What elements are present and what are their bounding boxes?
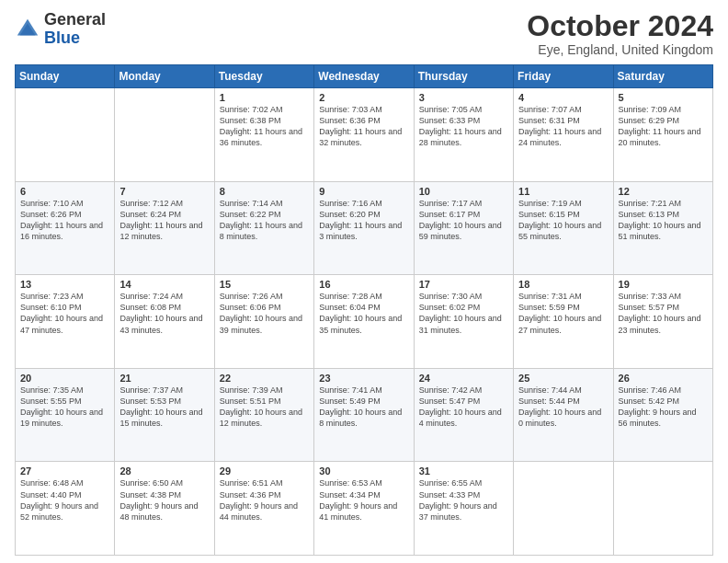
day-number: 18 — [518, 279, 608, 290]
calendar-cell: 11Sunrise: 7:19 AM Sunset: 6:15 PM Dayli… — [514, 181, 613, 275]
day-info: Sunrise: 7:17 AM Sunset: 6:17 PM Dayligh… — [419, 198, 508, 243]
logo-general-text: General — [44, 10, 106, 29]
calendar-cell: 3Sunrise: 7:05 AM Sunset: 6:33 PM Daylig… — [414, 88, 513, 182]
calendar-week-row: 20Sunrise: 7:35 AM Sunset: 5:55 PM Dayli… — [16, 368, 713, 462]
day-of-week-header: Sunday — [16, 65, 115, 88]
day-info: Sunrise: 6:55 AM Sunset: 4:33 PM Dayligh… — [419, 477, 508, 523]
calendar-cell: 18Sunrise: 7:31 AM Sunset: 5:59 PM Dayli… — [514, 275, 613, 369]
day-of-week-header: Monday — [115, 65, 214, 88]
calendar-cell: 21Sunrise: 7:37 AM Sunset: 5:53 PM Dayli… — [115, 368, 214, 462]
day-number: 13 — [20, 279, 109, 290]
day-number: 19 — [619, 279, 708, 290]
day-number: 7 — [119, 186, 209, 197]
logo-text: General Blue — [44, 11, 106, 48]
day-number: 10 — [419, 186, 508, 197]
logo: General Blue — [15, 11, 106, 48]
day-of-week-header: Wednesday — [314, 65, 414, 88]
day-info: Sunrise: 7:28 AM Sunset: 6:04 PM Dayligh… — [319, 291, 408, 336]
calendar-cell: 19Sunrise: 7:33 AM Sunset: 5:57 PM Dayli… — [613, 275, 712, 369]
day-info: Sunrise: 7:05 AM Sunset: 6:33 PM Dayligh… — [419, 104, 508, 149]
day-info: Sunrise: 7:37 AM Sunset: 5:53 PM Dayligh… — [119, 385, 209, 430]
day-info: Sunrise: 6:51 AM Sunset: 4:36 PM Dayligh… — [220, 477, 309, 523]
day-info: Sunrise: 7:16 AM Sunset: 6:20 PM Dayligh… — [319, 198, 408, 243]
logo-icon — [15, 17, 40, 42]
day-number: 16 — [319, 279, 408, 290]
day-info: Sunrise: 7:46 AM Sunset: 5:42 PM Dayligh… — [619, 385, 708, 430]
calendar-week-row: 1Sunrise: 7:02 AM Sunset: 6:38 PM Daylig… — [16, 88, 713, 182]
day-info: Sunrise: 7:31 AM Sunset: 5:59 PM Dayligh… — [518, 291, 608, 336]
day-info: Sunrise: 7:23 AM Sunset: 6:10 PM Dayligh… — [20, 291, 109, 336]
day-info: Sunrise: 7:12 AM Sunset: 6:24 PM Dayligh… — [119, 198, 209, 243]
calendar-cell: 27Sunrise: 6:48 AM Sunset: 4:40 PM Dayli… — [16, 462, 115, 556]
day-number: 11 — [518, 186, 608, 197]
day-number: 29 — [220, 465, 309, 477]
calendar-cell: 2Sunrise: 7:03 AM Sunset: 6:36 PM Daylig… — [314, 88, 414, 182]
day-of-week-header: Friday — [514, 65, 613, 88]
calendar-cell: 22Sunrise: 7:39 AM Sunset: 5:51 PM Dayli… — [214, 368, 313, 462]
calendar-cell: 31Sunrise: 6:55 AM Sunset: 4:33 PM Dayli… — [414, 462, 513, 556]
day-info: Sunrise: 7:19 AM Sunset: 6:15 PM Dayligh… — [518, 198, 608, 243]
calendar-cell: 1Sunrise: 7:02 AM Sunset: 6:38 PM Daylig… — [214, 88, 313, 182]
day-info: Sunrise: 7:42 AM Sunset: 5:47 PM Dayligh… — [419, 385, 508, 430]
day-of-week-header: Tuesday — [214, 65, 313, 88]
day-info: Sunrise: 7:26 AM Sunset: 6:06 PM Dayligh… — [220, 291, 309, 336]
day-number: 31 — [419, 465, 508, 477]
page: General Blue October 2024 Eye, England, … — [0, 0, 728, 563]
calendar-cell: 28Sunrise: 6:50 AM Sunset: 4:38 PM Dayli… — [115, 462, 214, 556]
location: Eye, England, United Kingdom — [527, 42, 713, 57]
calendar-cell: 30Sunrise: 6:53 AM Sunset: 4:34 PM Dayli… — [314, 462, 414, 556]
day-info: Sunrise: 7:33 AM Sunset: 5:57 PM Dayligh… — [619, 291, 708, 336]
day-number: 9 — [319, 186, 408, 197]
calendar-cell: 16Sunrise: 7:28 AM Sunset: 6:04 PM Dayli… — [314, 275, 414, 369]
calendar-cell: 29Sunrise: 6:51 AM Sunset: 4:36 PM Dayli… — [214, 462, 313, 556]
calendar-cell: 15Sunrise: 7:26 AM Sunset: 6:06 PM Dayli… — [214, 275, 313, 369]
calendar-week-row: 13Sunrise: 7:23 AM Sunset: 6:10 PM Dayli… — [16, 275, 713, 369]
calendar-cell: 5Sunrise: 7:09 AM Sunset: 6:29 PM Daylig… — [613, 88, 712, 182]
day-info: Sunrise: 6:53 AM Sunset: 4:34 PM Dayligh… — [319, 477, 408, 523]
day-number: 23 — [319, 373, 408, 384]
day-info: Sunrise: 6:48 AM Sunset: 4:40 PM Dayligh… — [20, 477, 109, 523]
calendar-cell: 9Sunrise: 7:16 AM Sunset: 6:20 PM Daylig… — [314, 181, 414, 275]
day-number: 24 — [419, 373, 508, 384]
calendar-cell: 6Sunrise: 7:10 AM Sunset: 6:26 PM Daylig… — [16, 181, 115, 275]
day-number: 22 — [220, 373, 309, 384]
calendar-cell: 14Sunrise: 7:24 AM Sunset: 6:08 PM Dayli… — [115, 275, 214, 369]
calendar-cell — [613, 462, 712, 556]
day-info: Sunrise: 7:14 AM Sunset: 6:22 PM Dayligh… — [220, 198, 309, 243]
day-number: 25 — [518, 373, 608, 384]
day-info: Sunrise: 7:41 AM Sunset: 5:49 PM Dayligh… — [319, 385, 408, 430]
calendar-week-row: 6Sunrise: 7:10 AM Sunset: 6:26 PM Daylig… — [16, 181, 713, 275]
calendar-cell: 26Sunrise: 7:46 AM Sunset: 5:42 PM Dayli… — [613, 368, 712, 462]
day-info: Sunrise: 6:50 AM Sunset: 4:38 PM Dayligh… — [119, 477, 209, 523]
day-number: 27 — [20, 465, 109, 477]
calendar-cell: 17Sunrise: 7:30 AM Sunset: 6:02 PM Dayli… — [414, 275, 513, 369]
calendar-week-row: 27Sunrise: 6:48 AM Sunset: 4:40 PM Dayli… — [16, 462, 713, 556]
calendar-cell: 10Sunrise: 7:17 AM Sunset: 6:17 PM Dayli… — [414, 181, 513, 275]
day-info: Sunrise: 7:35 AM Sunset: 5:55 PM Dayligh… — [20, 385, 109, 430]
calendar-cell: 8Sunrise: 7:14 AM Sunset: 6:22 PM Daylig… — [214, 181, 313, 275]
day-info: Sunrise: 7:21 AM Sunset: 6:13 PM Dayligh… — [619, 198, 708, 243]
day-number: 28 — [119, 465, 209, 477]
calendar-cell: 13Sunrise: 7:23 AM Sunset: 6:10 PM Dayli… — [16, 275, 115, 369]
calendar-cell: 25Sunrise: 7:44 AM Sunset: 5:44 PM Dayli… — [514, 368, 613, 462]
day-number: 4 — [518, 92, 608, 103]
calendar-cell: 24Sunrise: 7:42 AM Sunset: 5:47 PM Dayli… — [414, 368, 513, 462]
calendar-cell — [16, 88, 115, 182]
day-info: Sunrise: 7:30 AM Sunset: 6:02 PM Dayligh… — [419, 291, 508, 336]
day-info: Sunrise: 7:03 AM Sunset: 6:36 PM Dayligh… — [319, 104, 408, 149]
calendar-header-row: SundayMondayTuesdayWednesdayThursdayFrid… — [16, 65, 713, 88]
day-info: Sunrise: 7:07 AM Sunset: 6:31 PM Dayligh… — [518, 104, 608, 149]
day-info: Sunrise: 7:24 AM Sunset: 6:08 PM Dayligh… — [119, 291, 209, 336]
day-number: 1 — [220, 92, 309, 103]
day-number: 6 — [20, 186, 109, 197]
day-info: Sunrise: 7:39 AM Sunset: 5:51 PM Dayligh… — [220, 385, 309, 430]
header: General Blue October 2024 Eye, England, … — [15, 11, 713, 57]
month-title: October 2024 — [527, 11, 713, 40]
day-number: 17 — [419, 279, 508, 290]
calendar-cell — [115, 88, 214, 182]
calendar-cell: 12Sunrise: 7:21 AM Sunset: 6:13 PM Dayli… — [613, 181, 712, 275]
day-of-week-header: Saturday — [613, 65, 712, 88]
calendar-cell: 4Sunrise: 7:07 AM Sunset: 6:31 PM Daylig… — [514, 88, 613, 182]
calendar-cell — [514, 462, 613, 556]
day-of-week-header: Thursday — [414, 65, 513, 88]
